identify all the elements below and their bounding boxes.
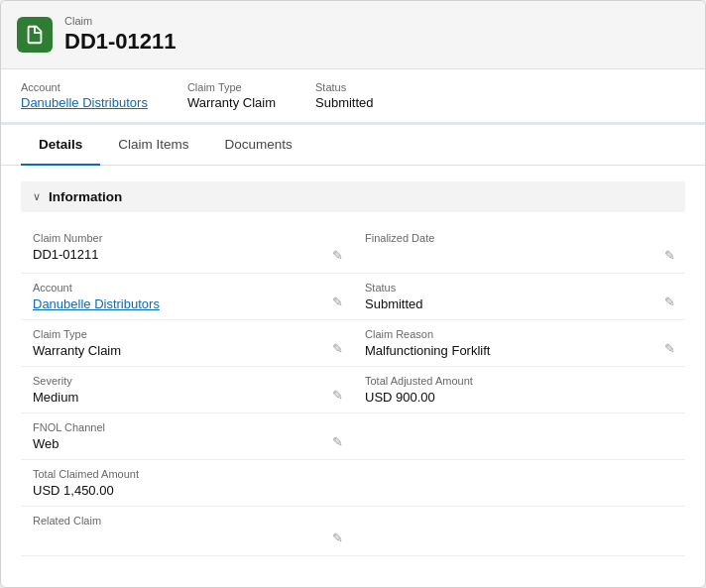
- claim-reason-value: Malfunctioning Forklift: [365, 343, 673, 358]
- fnol-channel-label: FNOL Channel: [33, 421, 341, 433]
- header-text: Claim DD1-01211: [64, 15, 176, 55]
- field-fnol-channel: FNOL Channel Web ✎: [21, 413, 353, 460]
- app-window: Claim DD1-01211 Account Danubelle Distri…: [0, 0, 706, 588]
- meta-bar: Account Danubelle Distributors Claim Typ…: [1, 69, 705, 125]
- claim-number-label: Claim Number: [33, 232, 341, 244]
- claim-icon: [17, 17, 53, 53]
- meta-account-label: Account: [21, 81, 148, 93]
- field-severity: Severity Medium ✎: [21, 367, 353, 413]
- claim-type-edit-icon[interactable]: ✎: [332, 341, 343, 356]
- status-label: Status: [365, 282, 673, 294]
- severity-edit-icon[interactable]: ✎: [332, 388, 343, 403]
- claim-reason-edit-icon[interactable]: ✎: [664, 341, 675, 356]
- field-total-claimed: Total Claimed Amount USD 1,450.00: [21, 460, 353, 507]
- field-status: Status Submitted ✎: [353, 274, 685, 320]
- field-finalized-date: Finalized Date ✎: [353, 224, 685, 274]
- field-total-adjusted: Total Adjusted Amount USD 900.00: [353, 367, 685, 413]
- total-adjusted-value: USD 900.00: [365, 390, 673, 405]
- severity-value: Medium: [33, 390, 341, 405]
- finalized-date-edit-icon[interactable]: ✎: [664, 248, 675, 263]
- tab-details[interactable]: Details: [21, 125, 100, 166]
- field-related-claim: Related Claim ✎: [21, 507, 353, 556]
- total-claimed-value: USD 1,450.00: [33, 483, 341, 498]
- information-section-header: ∨ Information: [21, 181, 685, 212]
- content-area: ∨ Information Claim Number DD1-01211 ✎ F…: [1, 166, 705, 572]
- meta-account-value[interactable]: Danubelle Distributors: [21, 95, 148, 110]
- account-label: Account: [33, 282, 341, 294]
- meta-account: Account Danubelle Distributors: [21, 81, 148, 110]
- field-account: Account Danubelle Distributors ✎: [21, 274, 353, 320]
- total-adjusted-label: Total Adjusted Amount: [365, 375, 673, 387]
- meta-claim-type-value: Warranty Claim: [187, 95, 276, 110]
- claim-number-value: DD1-01211: [33, 247, 341, 262]
- tab-claim-items[interactable]: Claim Items: [100, 125, 206, 166]
- related-claim-edit-icon[interactable]: ✎: [332, 530, 343, 545]
- header-label: Claim: [64, 15, 176, 27]
- field-claim-reason: Claim Reason Malfunctioning Forklift ✎: [353, 320, 685, 367]
- claim-number-edit-icon[interactable]: ✎: [332, 248, 343, 263]
- field-empty-right-7: [353, 507, 685, 556]
- related-claim-label: Related Claim: [33, 515, 341, 527]
- fields-grid: Claim Number DD1-01211 ✎ Finalized Date …: [21, 224, 685, 556]
- claim-type-value: Warranty Claim: [33, 343, 341, 358]
- account-value[interactable]: Danubelle Distributors: [33, 296, 341, 311]
- meta-status-value: Submitted: [315, 95, 374, 110]
- status-edit-icon[interactable]: ✎: [664, 294, 675, 309]
- meta-status: Status Submitted: [315, 81, 374, 110]
- finalized-date-value: [365, 247, 673, 265]
- fnol-edit-icon[interactable]: ✎: [332, 434, 343, 449]
- tab-documents[interactable]: Documents: [207, 125, 310, 166]
- meta-status-label: Status: [315, 81, 374, 93]
- field-claim-number: Claim Number DD1-01211 ✎: [21, 224, 353, 274]
- meta-claim-type-label: Claim Type: [187, 81, 276, 93]
- severity-label: Severity: [33, 375, 341, 387]
- meta-claim-type: Claim Type Warranty Claim: [187, 81, 276, 110]
- claim-reason-label: Claim Reason: [365, 328, 673, 340]
- field-claim-type: Claim Type Warranty Claim ✎: [21, 320, 353, 367]
- field-empty-right-6: [353, 460, 685, 507]
- header-title: DD1-01211: [64, 29, 176, 55]
- chevron-down-icon: ∨: [33, 190, 41, 203]
- status-value: Submitted: [365, 296, 673, 311]
- claim-type-label: Claim Type: [33, 328, 341, 340]
- field-empty-right-5: [353, 413, 685, 460]
- total-claimed-label: Total Claimed Amount: [33, 468, 341, 480]
- finalized-date-label: Finalized Date: [365, 232, 673, 244]
- fnol-channel-value: Web: [33, 436, 341, 451]
- related-claim-value: [33, 529, 341, 547]
- section-title: Information: [49, 189, 122, 204]
- account-edit-icon[interactable]: ✎: [332, 294, 343, 309]
- header: Claim DD1-01211: [1, 1, 705, 69]
- tabs-bar: Details Claim Items Documents: [1, 125, 705, 166]
